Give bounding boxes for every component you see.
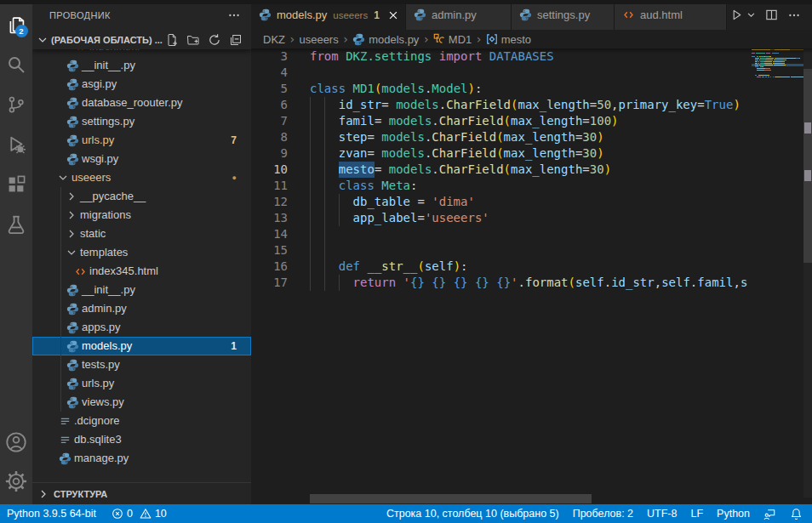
code-line-14	[310, 226, 747, 242]
tree-item-urls.py[interactable]: urls.py	[32, 374, 251, 393]
line-number: 4	[281, 65, 288, 81]
outline-section-header[interactable]: СТРУКТУРА	[32, 482, 251, 504]
chevron-small-icon[interactable]	[746, 10, 756, 20]
activitybar-item-account[interactable]	[0, 423, 32, 462]
overview-ruler-mark	[804, 122, 811, 134]
status-notifications[interactable]	[790, 508, 803, 520]
tree-folder-static[interactable]: static	[32, 225, 251, 243]
more-icon[interactable]	[787, 9, 801, 22]
tree-folder-__pycache__[interactable]: __pycache__	[32, 187, 251, 206]
tree-item-admin.py[interactable]: admin.py	[32, 299, 251, 318]
class-symbol-icon	[433, 33, 445, 45]
activitybar-item-testing[interactable]	[0, 204, 32, 244]
source-control-icon	[6, 94, 26, 115]
python-file-icon	[66, 116, 79, 128]
code-line-text: return '{} {} {} {} {}'.format(self.id_s…	[310, 275, 747, 291]
tree-item-__init__.py[interactable]: __init__.py	[32, 56, 251, 75]
line-number: 7	[281, 113, 288, 129]
tree-folder-templates[interactable]: templates	[32, 243, 251, 262]
close-icon[interactable]	[387, 9, 399, 21]
tree-item-index345.html[interactable]: index345.html	[32, 262, 251, 281]
tree-item-.dcignore[interactable]: .dcignore	[32, 412, 251, 430]
activitybar-item-run-debug[interactable]	[0, 124, 32, 164]
window-top-border	[0, 0, 812, 4]
html-file-icon	[622, 9, 635, 21]
code-line-5: class MD1(models.Model):	[310, 81, 747, 97]
line-number: 9	[281, 145, 288, 162]
tree-item-label: apps.py	[82, 321, 121, 333]
tree-item-label: asgi.py	[82, 77, 117, 90]
tab-models.py[interactable]: models.pyuseeers1	[251, 0, 406, 30]
chevron-down-icon	[36, 33, 49, 47]
tab-settings.py[interactable]: settings.py	[512, 0, 615, 30]
tab-title: models.py	[277, 9, 327, 21]
status-feedback[interactable]	[763, 508, 776, 520]
breadcrumb-MD1[interactable]: MD1	[433, 33, 472, 46]
html-file-icon	[74, 265, 87, 278]
indent-guide	[310, 242, 311, 259]
activitybar-item-search[interactable]	[0, 44, 32, 84]
tab-problems-badge: 1	[374, 9, 380, 21]
code-line-4	[310, 65, 747, 81]
workspace-section-header[interactable]: (РАБОЧАЯ ОБЛАСТЬ) ...	[32, 30, 251, 49]
tree-folder-migrations[interactable]: migrations	[32, 206, 251, 225]
status-language-mode[interactable]: Python	[717, 508, 750, 520]
status-python-version[interactable]: Python 3.9.5 64-bit	[7, 508, 96, 520]
tab-aud.html[interactable]: aud.html	[615, 0, 727, 30]
new-file-icon[interactable]	[165, 33, 179, 47]
status-eol[interactable]: LF	[690, 508, 703, 520]
code-line-text: app_label='useeers'	[310, 210, 489, 226]
activitybar-item-settings[interactable]	[0, 462, 32, 501]
status-encoding[interactable]: UTF-8	[647, 508, 677, 520]
tree-item-label: db.sqlite3	[74, 433, 122, 446]
line-number: 10	[273, 162, 288, 178]
warning-count: 10	[155, 508, 167, 520]
tree-item-views.py[interactable]: views.py	[32, 393, 251, 412]
tree-item-tests.py[interactable]: tests.py	[32, 355, 251, 374]
tree-item-database_roouter.py[interactable]: database_roouter.py	[32, 94, 251, 112]
tree-item-apps.py[interactable]: apps.py	[32, 318, 251, 337]
tree-item-label: useeers	[71, 171, 111, 184]
code-editor[interactable]: 34567891011121314151617 from DKZ.setting…	[251, 48, 812, 504]
vertical-scrollbar[interactable]	[803, 48, 812, 497]
tree-item-settings.py[interactable]: settings.py	[32, 112, 251, 131]
tree-item-manage.py[interactable]: manage.py	[32, 449, 251, 468]
status-problems[interactable]: 010	[112, 508, 174, 520]
feedback-icon	[763, 508, 776, 520]
search-icon	[6, 54, 26, 75]
status-label: Python 3.9.5 64-bit	[7, 508, 96, 520]
activitybar-item-source-control[interactable]	[0, 84, 32, 124]
vertical-scrollbar-slider[interactable]	[803, 69, 812, 263]
sidebar-more-actions-icon[interactable]	[227, 9, 241, 22]
split-icon[interactable]	[765, 9, 778, 21]
code-line-12: db_table = 'dima'	[310, 194, 747, 210]
activitybar-item-extensions[interactable]	[0, 164, 32, 204]
refresh-icon[interactable]	[208, 33, 221, 47]
status-cursor-position[interactable]: Строка 10, столбец 10 (выбрано 5)	[386, 508, 559, 520]
activitybar-item-explorer[interactable]: 2	[0, 4, 32, 44]
new-folder-icon[interactable]	[186, 33, 200, 47]
breadcrumb-mesto[interactable]: mesto	[486, 33, 531, 46]
tree-item-models.py[interactable]: models.py1	[32, 337, 251, 355]
minimap[interactable]	[752, 48, 803, 87]
breadcrumb-useeers[interactable]: useeers	[299, 33, 338, 46]
tree-item-label: index345.html	[89, 264, 158, 277]
play-icon[interactable]	[730, 9, 743, 21]
tree-item-urls.py[interactable]: urls.py7	[32, 131, 251, 150]
breadcrumb-models.py[interactable]: models.py	[352, 33, 419, 46]
tree-item-label: wsgi.py	[82, 152, 118, 165]
code-line-6: id_str= models.CharField(max_length=50,p…	[310, 97, 747, 113]
collapse-all-icon[interactable]	[229, 33, 243, 47]
tree-folder-useeers[interactable]: useeers●	[32, 168, 251, 187]
listfile-file-icon	[59, 434, 71, 446]
status-indentation[interactable]: Пробелов: 2	[573, 508, 633, 520]
tab-admin.py[interactable]: admin.py	[406, 0, 512, 30]
tree-item-wsgi.py[interactable]: wsgi.py	[32, 150, 251, 168]
tree-item-asgi.py[interactable]: asgi.py	[32, 75, 251, 94]
tree-item-db.sqlite3[interactable]: db.sqlite3	[32, 430, 251, 449]
breadcrumb-DKZ[interactable]: DKZ	[263, 33, 285, 46]
tree-item-__init__.py[interactable]: __init__.py	[32, 281, 251, 299]
code-line-8: step= models.CharField(max_length=30)	[310, 129, 747, 145]
activitybar-badge: 2	[15, 25, 28, 37]
horizontal-scrollbar[interactable]	[310, 494, 592, 503]
